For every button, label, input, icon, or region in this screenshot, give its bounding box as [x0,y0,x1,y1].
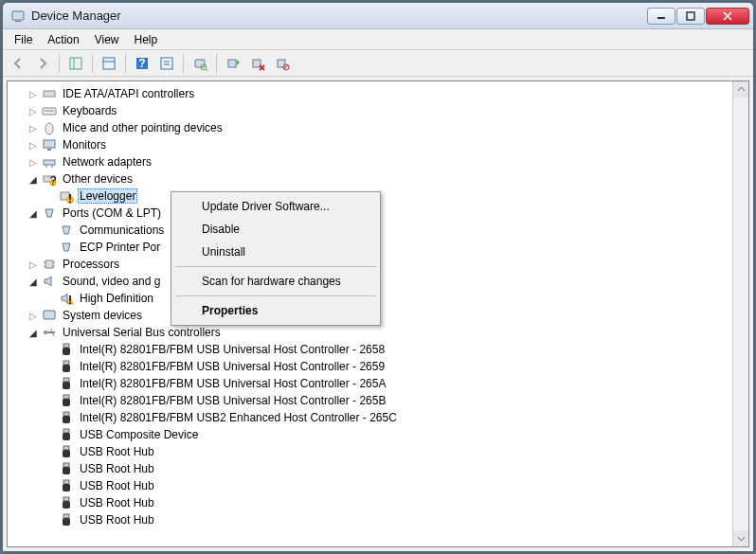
tree-node-mice[interactable]: ▷Mice and other pointing devices [9,119,730,136]
node-label[interactable]: Universal Serial Bus controllers [61,326,223,339]
uninstall-button[interactable] [246,52,269,75]
mouse-icon [42,120,57,135]
forward-button[interactable] [31,52,54,75]
tree-node-network[interactable]: ▷Network adapters [9,153,730,170]
node-label[interactable]: USB Root Hub [78,445,156,458]
show-hide-tree-button[interactable] [64,52,87,75]
tree-node-usb-composite[interactable]: USB Composite Device [9,426,730,443]
titlebar[interactable]: Device Manager [3,3,753,29]
ctx-properties[interactable]: Properties [173,299,378,322]
ctx-uninstall[interactable]: Uninstall [173,241,378,263]
svg-text:!: ! [68,192,72,205]
ctx-update-driver[interactable]: Update Driver Software... [173,195,378,218]
menu-view[interactable]: View [87,30,127,49]
vertical-scrollbar[interactable] [732,81,748,546]
usb-plug-icon [59,444,74,459]
scroll-down-button[interactable] [733,530,748,546]
node-label[interactable]: IDE ATA/ATAPI controllers [61,87,196,100]
expand-icon[interactable]: ▷ [27,258,40,271]
expand-icon[interactable]: ▷ [27,155,40,169]
back-button[interactable] [7,52,29,75]
tree-node-usb-roothub[interactable]: USB Root Hub [9,494,730,511]
svg-rect-63 [63,433,70,440]
disable-button[interactable] [271,52,294,75]
node-label[interactable]: Keyboards [61,104,118,117]
menubar: File Action View Help [3,29,753,50]
expand-icon[interactable]: ▷ [27,87,40,100]
svg-rect-64 [63,446,69,450]
node-label[interactable]: Levelogger [78,188,137,204]
expand-icon[interactable]: ▷ [27,121,40,134]
node-label[interactable]: Intel(R) 82801FB/FBM USB Universal Host … [78,377,387,390]
node-label[interactable]: Monitors [61,138,108,152]
tree-node-other[interactable]: ◢?Other devices [9,170,730,188]
tree-node-usb-controller[interactable]: Intel(R) 82801FB/FBM USB Universal Host … [9,375,730,392]
svg-rect-40 [45,260,53,268]
collapse-icon[interactable]: ◢ [27,275,40,288]
collapse-icon[interactable]: ◢ [27,206,40,220]
usb-plug-icon [59,359,74,374]
node-label[interactable]: Sound, video and g [61,275,162,288]
node-label[interactable]: Intel(R) 82801FB/FBM USB Universal Host … [78,394,387,407]
node-label[interactable]: Other devices [61,172,135,186]
node-label[interactable]: System devices [61,309,144,322]
maximize-button[interactable] [676,8,705,25]
device-tree[interactable]: ▷IDE ATA/ATAPI controllers ▷Keyboards ▷M… [8,81,732,546]
tree-node-keyboards[interactable]: ▷Keyboards [9,102,730,119]
tree-node-usb-roothub[interactable]: USB Root Hub [9,460,730,477]
scan-hardware-button[interactable] [189,52,211,75]
ctx-disable[interactable]: Disable [173,218,378,241]
tree-node-usb-controller[interactable]: Intel(R) 82801FB/FBM USB Universal Host … [9,392,730,409]
node-label[interactable]: Intel(R) 82801FB/FBM USB Universal Host … [78,343,387,356]
expand-icon[interactable]: ▷ [27,138,40,152]
menu-file[interactable]: File [7,30,40,49]
svg-rect-3 [687,12,694,20]
expand-icon[interactable]: ▷ [27,309,40,322]
node-label[interactable]: Network adapters [61,155,153,169]
properties-button[interactable] [98,52,120,75]
ctx-scan-hardware[interactable]: Scan for hardware changes [173,270,378,293]
node-label[interactable]: Intel(R) 82801FB/FBM USB2 Enhanced Host … [78,411,399,424]
tree-node-usb[interactable]: ◢Universal Serial Bus controllers [9,324,730,341]
update-driver-button[interactable] [222,52,244,75]
node-label[interactable]: Communications [78,223,166,237]
tree-node-usb-roothub[interactable]: USB Root Hub [9,511,730,528]
keyboard-icon [42,103,57,118]
node-label[interactable]: Intel(R) 82801FB/FBM USB Universal Host … [78,360,387,373]
node-label[interactable]: ECP Printer Por [78,241,162,254]
close-button[interactable] [706,8,749,25]
action-button[interactable] [155,52,178,75]
expand-icon[interactable]: ▷ [27,104,40,117]
node-label[interactable]: High Definition [78,292,155,305]
node-label[interactable]: Mice and other pointing devices [61,121,225,134]
menu-action[interactable]: Action [40,30,86,49]
collapse-icon[interactable]: ◢ [27,326,40,339]
tree-node-monitors[interactable]: ▷Monitors [9,136,730,153]
svg-rect-47 [44,311,55,319]
svg-rect-15 [195,60,205,67]
tree-node-usb-roothub[interactable]: USB Root Hub [9,477,730,494]
node-label[interactable]: USB Root Hub [78,496,156,509]
usb-plug-icon [59,376,74,391]
tree-node-ide[interactable]: ▷IDE ATA/ATAPI controllers [9,85,730,102]
collapse-icon[interactable]: ◢ [27,172,40,186]
tree-node-usb-controller[interactable]: Intel(R) 82801FB/FBM USB Universal Host … [9,358,730,375]
tree-node-usb-roothub[interactable]: USB Root Hub [9,443,730,460]
node-label[interactable]: Ports (COM & LPT) [61,206,163,220]
svg-rect-66 [63,463,69,467]
svg-text:!: ! [68,294,72,307]
tree-node-usb-controller[interactable]: Intel(R) 82801FB/FBM USB Universal Host … [9,341,730,358]
scroll-up-button[interactable] [733,81,748,98]
node-label[interactable]: Processors [61,258,121,271]
node-label[interactable]: USB Root Hub [78,513,156,527]
minimize-button[interactable] [647,8,675,25]
node-label[interactable]: USB Root Hub [78,462,156,475]
node-label[interactable]: USB Composite Device [78,428,200,441]
svg-point-28 [45,123,53,134]
port-icon [59,240,74,255]
tree-node-usb-controller[interactable]: Intel(R) 82801FB/FBM USB2 Enhanced Host … [9,409,730,426]
help-button[interactable]: ? [131,52,153,75]
svg-rect-71 [63,501,70,509]
menu-help[interactable]: Help [127,30,166,49]
node-label[interactable]: USB Root Hub [78,479,156,492]
